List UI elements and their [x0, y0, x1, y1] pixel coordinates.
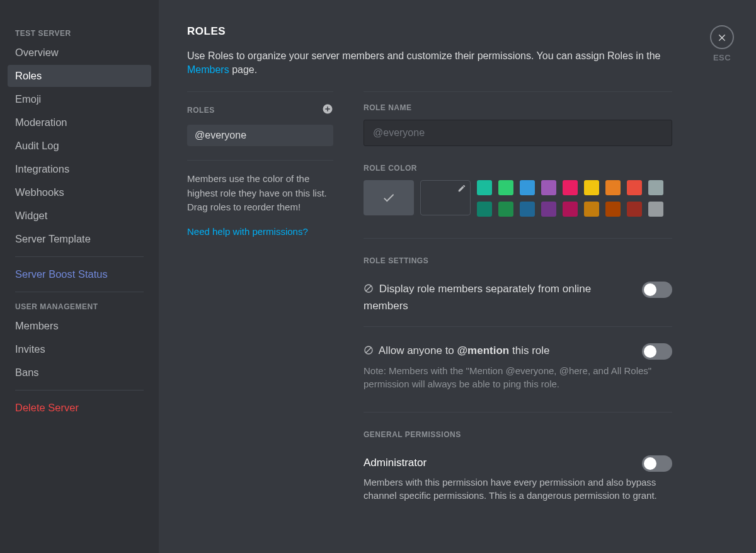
page-title: ROLES	[187, 25, 731, 38]
close-column: ESC	[710, 25, 734, 62]
role-name-input[interactable]	[364, 120, 672, 146]
svg-line-3	[366, 348, 371, 353]
role-settings-header: ROLE SETTINGS	[364, 256, 672, 265]
color-swatch[interactable]	[584, 202, 599, 217]
sidebar-section-server: TEST SERVER	[8, 25, 151, 42]
color-swatch[interactable]	[541, 202, 556, 217]
sidebar-item-moderation[interactable]: Moderation	[8, 111, 151, 134]
color-swatch[interactable]	[541, 180, 556, 195]
close-button[interactable]	[710, 25, 734, 49]
toggle-allow-mention[interactable]	[642, 343, 672, 360]
sidebar-item-emoji[interactable]: Emoji	[8, 88, 151, 110]
divider	[364, 412, 672, 413]
role-detail-column: ROLE NAME ROLE COLOR ROLE SETTINGS	[364, 91, 672, 518]
members-link[interactable]: Members	[187, 64, 229, 75]
color-default-swatch[interactable]	[364, 180, 414, 215]
color-swatch[interactable]	[563, 180, 578, 195]
color-swatch-grid	[477, 180, 663, 217]
color-swatch[interactable]	[605, 180, 621, 195]
color-swatch[interactable]	[477, 180, 492, 195]
role-color-label: ROLE COLOR	[364, 164, 672, 173]
sidebar-item-integrations[interactable]: Integrations	[8, 158, 151, 180]
divider	[364, 238, 672, 239]
page-desc-post: page.	[229, 64, 257, 75]
setting-allow-mention-note: Note: Members with the "Mention @everyon…	[364, 364, 672, 391]
sidebar-item-delete-server[interactable]: Delete Server	[8, 397, 151, 419]
roles-hint: Members use the color of the highest rol…	[187, 172, 333, 215]
toggle-display-separately[interactable]	[642, 282, 672, 298]
sidebar-item-webhooks[interactable]: Webhooks	[8, 181, 151, 203]
prohibit-icon	[364, 345, 374, 360]
pencil-icon	[457, 184, 466, 193]
svg-line-1	[366, 286, 371, 291]
perm-administrator-desc: Members with this permission have every …	[364, 476, 672, 502]
permissions-help-link[interactable]: Need help with permissions?	[187, 226, 333, 237]
role-name-label: ROLE NAME	[364, 103, 672, 112]
divider	[15, 390, 144, 391]
color-custom-swatch[interactable]	[420, 180, 471, 215]
divider	[187, 160, 333, 161]
toggle-administrator[interactable]	[642, 455, 672, 472]
sidebar-item-server-boost[interactable]: Server Boost Status	[8, 263, 151, 285]
role-everyone[interactable]: @everyone	[187, 125, 333, 146]
color-swatch[interactable]	[563, 202, 578, 217]
sidebar-item-roles[interactable]: Roles	[8, 65, 151, 87]
color-swatch[interactable]	[477, 202, 492, 217]
color-swatch[interactable]	[627, 202, 642, 217]
sidebar-item-invites[interactable]: Invites	[8, 338, 151, 360]
esc-label: ESC	[713, 53, 731, 62]
page-description: Use Roles to organize your server member…	[187, 49, 672, 76]
prohibit-icon	[364, 283, 374, 299]
divider	[15, 292, 144, 292]
roles-list-header: ROLES	[187, 106, 215, 115]
check-icon	[382, 191, 396, 205]
color-swatch[interactable]	[605, 202, 621, 217]
sidebar-item-widget[interactable]: Widget	[8, 205, 151, 227]
sidebar-section-user-mgmt: USER MANAGEMENT	[8, 299, 151, 315]
plus-circle-icon	[322, 103, 333, 115]
sidebar-item-members[interactable]: Members	[8, 315, 151, 337]
close-icon	[717, 32, 727, 42]
color-swatch[interactable]	[648, 202, 663, 217]
setting-allow-mention-label: Allow anyone to @mention this role	[364, 343, 629, 360]
sidebar-item-audit-log[interactable]: Audit Log	[8, 135, 151, 157]
color-swatch[interactable]	[648, 180, 663, 195]
sidebar-item-server-template[interactable]: Server Template	[8, 228, 151, 250]
sidebar-item-bans[interactable]: Bans	[8, 362, 151, 384]
color-swatch[interactable]	[498, 202, 513, 217]
color-swatch[interactable]	[520, 180, 535, 195]
color-swatch[interactable]	[584, 180, 599, 195]
color-swatch[interactable]	[627, 180, 642, 195]
color-swatch[interactable]	[520, 202, 535, 217]
general-permissions-header: GENERAL PERMISSIONS	[364, 430, 672, 439]
page-desc-pre: Use Roles to organize your server member…	[187, 50, 660, 61]
main-content: ESC ROLES Use Roles to organize your ser…	[159, 0, 756, 553]
add-role-button[interactable]	[322, 103, 333, 117]
setting-display-separately-label: Display role members separately from onl…	[364, 282, 629, 314]
sidebar: TEST SERVER Overview Roles Emoji Moderat…	[0, 0, 159, 553]
sidebar-item-overview[interactable]: Overview	[8, 42, 151, 64]
perm-administrator-title: Administrator	[364, 455, 629, 471]
roles-list-column: ROLES @everyone Members use the color of…	[187, 91, 333, 518]
color-swatch[interactable]	[498, 180, 513, 195]
divider	[15, 256, 144, 257]
